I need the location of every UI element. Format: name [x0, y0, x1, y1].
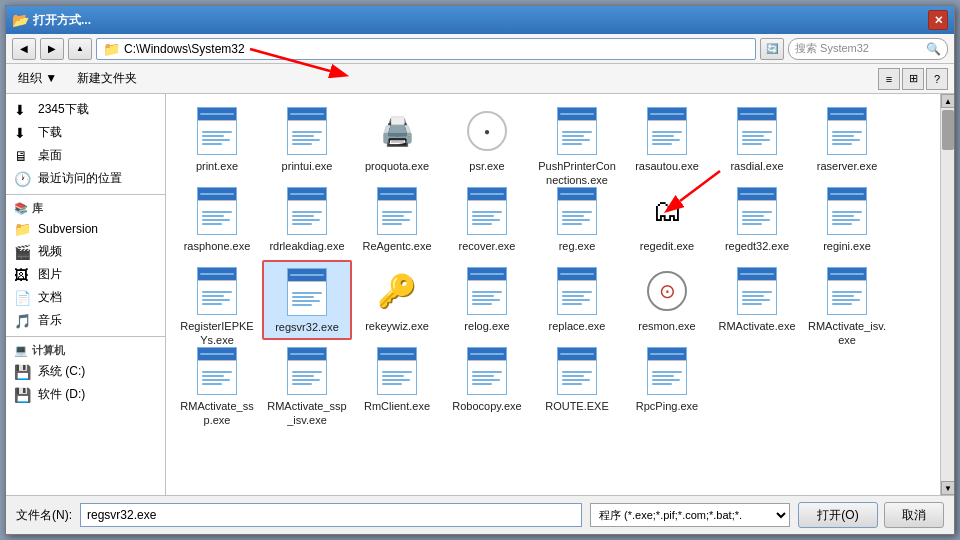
file-icon	[733, 107, 781, 155]
sidebar-item-2345[interactable]: ⬇ 2345下载	[6, 98, 165, 121]
file-item[interactable]: Robocopy.exe	[442, 340, 532, 420]
file-item[interactable]: ⊙ resmon.exe	[622, 260, 712, 340]
organize-label: 组织 ▼	[18, 70, 57, 87]
scroll-down-button[interactable]: ▼	[941, 481, 954, 495]
file-item[interactable]: rasautou.exe	[622, 100, 712, 180]
help-button[interactable]: ?	[926, 68, 948, 90]
file-item[interactable]: regini.exe	[802, 180, 892, 260]
exe-icon	[557, 107, 597, 155]
sidebar-item-pictures[interactable]: 🖼 图片	[6, 263, 165, 286]
file-item[interactable]: print.exe	[172, 100, 262, 180]
address-field[interactable]: 📁 C:\Windows\System32	[96, 38, 756, 60]
action-buttons: 打开(O) 取消	[798, 502, 944, 528]
new-folder-button[interactable]: 新建文件夹	[71, 68, 143, 89]
file-icon	[193, 107, 241, 155]
video-icon: 🎬	[14, 244, 32, 260]
close-button[interactable]: ✕	[928, 10, 948, 30]
organize-button[interactable]: 组织 ▼	[12, 68, 63, 89]
exe-icon	[287, 268, 327, 316]
sidebar-item-subversion[interactable]: 📁 Subversion	[6, 218, 165, 240]
sidebar-item-label: 文档	[38, 289, 62, 306]
sidebar-item-video[interactable]: 🎬 视频	[6, 240, 165, 263]
file-icon: 🔑	[373, 267, 421, 315]
scrollbar[interactable]: ▲ ▼	[940, 94, 954, 495]
sidebar: ⬇ 2345下载 ⬇ 下载 🖥 桌面 🕐 最近访问的位置	[6, 94, 166, 495]
file-item[interactable]: ROUTE.EXE	[532, 340, 622, 420]
file-name: regedt32.exe	[725, 239, 789, 253]
file-item[interactable]: RMActivate.exe	[712, 260, 802, 340]
filename-label: 文件名(N):	[16, 507, 72, 524]
file-icon	[733, 187, 781, 235]
file-item[interactable]: ● psr.exe	[442, 100, 532, 180]
view-buttons: ≡ ⊞ ?	[878, 68, 948, 90]
search-field[interactable]: 搜索 System32 🔍	[788, 38, 948, 60]
download2-icon: ⬇	[14, 125, 32, 141]
sidebar-item-downloads[interactable]: ⬇ 下载	[6, 121, 165, 144]
file-item[interactable]: RMActivate_ssp_isv.exe	[262, 340, 352, 420]
sidebar-item-recent[interactable]: 🕐 最近访问的位置	[6, 167, 165, 190]
file-icon	[823, 187, 871, 235]
file-item[interactable]: 🖨️ proquota.exe	[352, 100, 442, 180]
file-name: rasautou.exe	[635, 159, 699, 173]
view-details-button[interactable]: ≡	[878, 68, 900, 90]
file-item[interactable]: regsvr32.exe	[262, 260, 352, 340]
exe-icon	[737, 187, 777, 235]
psr-icon: ●	[467, 111, 507, 151]
file-item[interactable]: recover.exe	[442, 180, 532, 260]
back-button[interactable]: ◀	[12, 38, 36, 60]
sidebar-item-music[interactable]: 🎵 音乐	[6, 309, 165, 332]
file-item[interactable]: 🗂 regedit.exe	[622, 180, 712, 260]
file-item[interactable]: RMActivate_isv.exe	[802, 260, 892, 340]
file-item[interactable]: rasdial.exe	[712, 100, 802, 180]
file-item[interactable]: ReAgentc.exe	[352, 180, 442, 260]
sidebar-item-docs[interactable]: 📄 文档	[6, 286, 165, 309]
open-button[interactable]: 打开(O)	[798, 502, 878, 528]
file-item[interactable]: reg.exe	[532, 180, 622, 260]
exe-icon	[557, 347, 597, 395]
file-item[interactable]: rasphone.exe	[172, 180, 262, 260]
library-icon: 📚	[14, 202, 28, 215]
file-icon	[283, 268, 331, 316]
cancel-button[interactable]: 取消	[884, 502, 944, 528]
file-item[interactable]: raserver.exe	[802, 100, 892, 180]
folder-subversion-icon: 📁	[14, 221, 32, 237]
file-item[interactable]: RegisterIEPKEYs.exe	[172, 260, 262, 340]
file-item[interactable]: RmClient.exe	[352, 340, 442, 420]
scroll-up-button[interactable]: ▲	[941, 94, 954, 108]
file-name: printui.exe	[282, 159, 333, 173]
file-name: rasdial.exe	[730, 159, 783, 173]
file-item[interactable]: RMActivate_ssp.exe	[172, 340, 262, 420]
file-item[interactable]: RpcPing.exe	[622, 340, 712, 420]
file-item[interactable]: printui.exe	[262, 100, 352, 180]
file-item[interactable]: rdrleakdiag.exe	[262, 180, 352, 260]
file-item[interactable]: replace.exe	[532, 260, 622, 340]
filename-input[interactable]	[80, 503, 582, 527]
file-name: RMActivate.exe	[718, 319, 795, 333]
view-icons-button[interactable]: ⊞	[902, 68, 924, 90]
file-item[interactable]: 🔑 rekeywiz.exe	[352, 260, 442, 340]
exe-icon	[467, 347, 507, 395]
file-item[interactable]: relog.exe	[442, 260, 532, 340]
resmon-icon: ⊙	[647, 271, 687, 311]
filetype-select[interactable]: 程序 (*.exe;*.pif;*.com;*.bat;*.	[590, 503, 790, 527]
file-name: Robocopy.exe	[452, 399, 522, 413]
forward-button[interactable]: ▶	[40, 38, 64, 60]
sidebar-item-d-drive[interactable]: 💾 软件 (D:)	[6, 383, 165, 406]
pictures-icon: 🖼	[14, 267, 32, 283]
exe-icon	[287, 187, 327, 235]
file-icon	[553, 107, 601, 155]
up-button[interactable]: ▲	[68, 38, 92, 60]
exe-icon	[287, 107, 327, 155]
scrollbar-thumb[interactable]	[942, 110, 954, 150]
file-icon	[193, 347, 241, 395]
exe-icon	[557, 267, 597, 315]
file-icon	[283, 347, 331, 395]
exe-icon	[467, 267, 507, 315]
sidebar-item-c-drive[interactable]: 💾 系统 (C:)	[6, 360, 165, 383]
file-item[interactable]: regedt32.exe	[712, 180, 802, 260]
exe-icon	[197, 107, 237, 155]
sidebar-item-desktop[interactable]: 🖥 桌面	[6, 144, 165, 167]
open-with-dialog: 📂 打开方式... ✕ ◀ ▶ ▲ 📁 C:\Windows\System32 …	[5, 5, 955, 535]
file-item[interactable]: PushPrinterConnections.exe	[532, 100, 622, 180]
refresh-button[interactable]: 🔄	[760, 38, 784, 60]
